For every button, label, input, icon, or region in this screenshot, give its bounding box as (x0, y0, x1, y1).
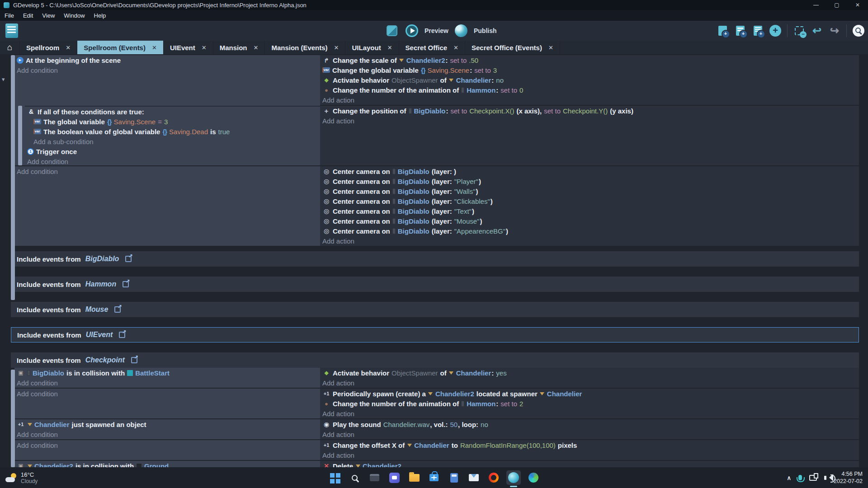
actions-panel[interactable]: +1Periodically spawn (create) aChandelie… (320, 389, 859, 418)
store-taskbar-icon[interactable] (424, 467, 444, 488)
menu-file[interactable]: File (0, 10, 19, 21)
condition-line[interactable]: varThe global variable{}Saving.Scene=3 (25, 117, 320, 127)
sub-event-conditions-panel[interactable]: &If all of these conditions are true:var… (25, 106, 320, 165)
preview-button[interactable]: Preview (425, 27, 448, 34)
condition-line[interactable]: ▶At the beginning of the scene (14, 55, 320, 65)
add-condition-link[interactable]: Add condition (14, 440, 320, 450)
add-action-link[interactable]: Add action (320, 429, 859, 439)
condition-line[interactable]: ▣BigDiablois in collision withBattleStar… (14, 368, 320, 378)
conditions-panel[interactable]: +1Chandelierjust spawned an objectAdd co… (14, 419, 320, 439)
file-explorer-taskbar-icon[interactable] (404, 467, 424, 488)
add-condition-link[interactable]: Add condition (14, 378, 320, 388)
external-link-icon[interactable] (123, 281, 129, 287)
add-action-link[interactable]: Add action (320, 408, 859, 418)
action-line[interactable]: ◎Center camera onBigDiablo(layer:"Clicka… (320, 196, 859, 206)
add-event-icon[interactable] (717, 24, 728, 37)
action-line[interactable]: ●Change the number of the animation ofHa… (320, 399, 859, 408)
debugger-icon[interactable] (387, 25, 397, 36)
conditions-panel[interactable]: Add condition (14, 389, 320, 418)
conditions-panel[interactable]: ▶At the beginning of the sceneAdd condit… (14, 55, 320, 165)
add-action-link[interactable]: Add action (320, 95, 859, 105)
menu-window[interactable]: Window (59, 10, 89, 21)
undo-icon[interactable]: ↩ (811, 24, 823, 37)
close-tab-icon[interactable]: ✕ (334, 44, 339, 51)
action-line[interactable]: ◆Activate behaviorObjectSpawnerofChandel… (320, 75, 859, 85)
maximize-button[interactable]: ▢ (826, 0, 847, 10)
close-tab-icon[interactable]: ✕ (548, 44, 553, 51)
edge-taskbar-icon[interactable] (524, 467, 543, 488)
add-condition-link[interactable]: Add condition (25, 156, 320, 166)
close-tab-icon[interactable]: ✕ (66, 44, 71, 51)
tab-mansion[interactable]: Mansion✕ (213, 41, 265, 54)
actions-panel[interactable]: +1Change the offset X ofChandeliertoRand… (320, 440, 859, 460)
add-new-icon[interactable]: + (769, 24, 781, 37)
action-line[interactable]: +Change the position ofBigDiablo:set toC… (320, 106, 859, 116)
add-condition-link[interactable]: Add condition (14, 429, 320, 439)
close-tab-icon[interactable]: ✕ (253, 44, 258, 51)
conditions-panel[interactable]: ▣BigDiablois in collision withBattleStar… (14, 368, 320, 388)
add-condition-link[interactable]: Add condition (14, 389, 320, 399)
calculator-taskbar-icon[interactable] (444, 467, 464, 488)
search-icon[interactable] (853, 24, 864, 37)
conditions-panel[interactable]: Add condition (14, 440, 320, 460)
tab-secret-office[interactable]: Secret Office✕ (399, 41, 465, 54)
minimize-button[interactable]: — (806, 0, 826, 10)
tab-uievent[interactable]: UIEvent✕ (164, 41, 213, 54)
condition-line[interactable]: varThe boolean value of global variable{… (25, 127, 320, 136)
add-comment-icon[interactable] (752, 24, 764, 37)
close-tab-icon[interactable]: ✕ (453, 44, 458, 51)
tab-mansion-events-[interactable]: Mansion (Events)✕ (265, 41, 345, 54)
tab-spellroom[interactable]: Spellroom✕ (20, 41, 77, 54)
volume-icon[interactable] (824, 476, 826, 480)
weather-widget[interactable]: 16°C Cloudy (5, 467, 38, 488)
deselect-icon[interactable] (793, 24, 805, 37)
action-line[interactable]: ✕DeleteChandelier2 (320, 461, 859, 467)
preview-play-icon[interactable] (406, 24, 418, 37)
menu-view[interactable]: View (38, 10, 59, 21)
gdevelop-taskbar-icon[interactable] (504, 467, 524, 488)
actions-panel[interactable]: ✕DeleteChandelier2 (320, 461, 859, 467)
mail-taskbar-icon[interactable] (464, 467, 484, 488)
tab-spellroom-events-[interactable]: Spellroom (Events)✕ (77, 41, 164, 54)
action-line[interactable]: ◎Center camera onBigDiablo(layer:"Text") (320, 206, 859, 216)
action-line[interactable]: ◎Center camera onBigDiablo(layer:"Player… (320, 176, 859, 186)
fold-arrow-icon[interactable]: ▾ (2, 76, 5, 83)
close-button[interactable]: ✕ (847, 0, 868, 10)
condition-line[interactable]: ▣Chandelier2is in collision withGround (14, 461, 320, 467)
conditions-panel[interactable]: ▣Chandelier2is in collision withGround (14, 461, 320, 467)
start-taskbar-icon[interactable] (325, 467, 344, 488)
menu-help[interactable]: Help (90, 10, 111, 21)
publish-button[interactable]: Publish (474, 27, 497, 34)
condition-line[interactable]: 1Trigger once (25, 146, 320, 156)
actions-panel[interactable]: ◉Play the soundChandelier.wav, vol.:50, … (320, 419, 859, 439)
project-manager-icon[interactable] (5, 23, 18, 38)
menu-edit[interactable]: Edit (19, 10, 38, 21)
actions-panel[interactable]: ◆Activate behaviorObjectSpawnerofChandel… (320, 368, 859, 388)
external-link-icon[interactable] (119, 332, 125, 338)
chat-taskbar-icon[interactable] (384, 467, 404, 488)
tab-uilayout[interactable]: UILayout✕ (345, 41, 399, 54)
add-action-link[interactable]: Add action (320, 378, 859, 388)
include-events-hammon[interactable]: Include events fromHammon (11, 277, 859, 292)
add-condition-link[interactable]: Add condition (14, 166, 320, 176)
condition-line[interactable]: &If all of these conditions are true: (25, 107, 320, 117)
close-tab-icon[interactable]: ✕ (387, 44, 392, 51)
conditions-panel[interactable]: Add condition (14, 166, 320, 246)
external-link-icon[interactable] (131, 357, 137, 363)
close-tab-icon[interactable]: ✕ (202, 44, 207, 51)
microphone-icon[interactable] (798, 475, 802, 480)
include-events-uievent[interactable]: Include events fromUIEvent (11, 327, 859, 343)
home-tab[interactable]: ⌂ (0, 41, 20, 54)
add-sub-event-icon[interactable] (734, 24, 746, 37)
tab-secret-office-events-[interactable]: Secret Office (Events)✕ (465, 41, 560, 54)
action-line[interactable]: ↱Change the scale ofChandelier2:set to.5… (320, 55, 859, 65)
external-link-icon[interactable] (125, 256, 132, 262)
add-condition-link[interactable]: Add condition (14, 65, 320, 75)
network-icon[interactable] (809, 475, 817, 481)
add-sub-condition-link[interactable]: Add a sub-condition (25, 136, 320, 146)
add-action-link[interactable]: Add action (320, 116, 859, 126)
action-line[interactable]: ◉Play the soundChandelier.wav, vol.:50, … (320, 419, 859, 429)
browser-taskbar-icon[interactable] (484, 467, 504, 488)
action-line[interactable]: ●Change the number of the animation ofHa… (320, 85, 859, 95)
condition-line[interactable]: +1Chandelierjust spawned an object (14, 419, 320, 429)
